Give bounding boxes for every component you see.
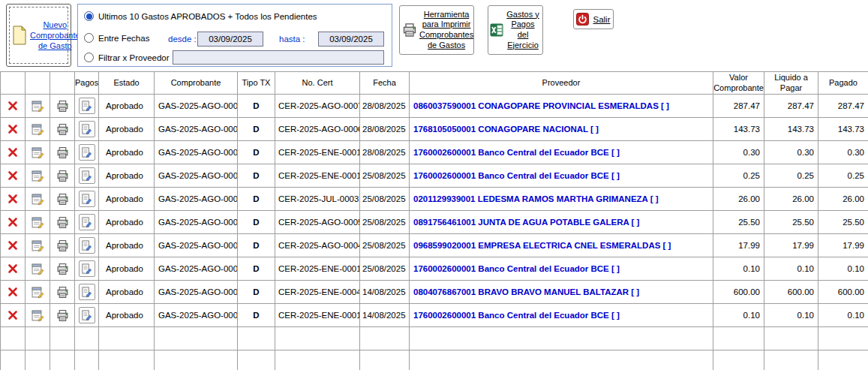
pagos-edit-icon xyxy=(81,240,92,251)
delete-x-icon xyxy=(8,240,18,251)
print-row-button[interactable] xyxy=(56,146,69,159)
delete-row-button[interactable] xyxy=(8,170,18,181)
proveedor-filter-input[interactable] xyxy=(173,50,384,65)
print-row-button[interactable] xyxy=(56,193,69,206)
edit-row-button[interactable] xyxy=(32,100,44,113)
cell-proveedor[interactable]: 1760002600001 Banco Central del Ecuador … xyxy=(410,257,713,281)
cell-pagos xyxy=(75,257,99,281)
print-row-icon xyxy=(56,193,69,206)
gastos-pagos-ejercicio-button[interactable]: Gastos y Pagos del Ejercicio xyxy=(488,5,543,55)
delete-row-button[interactable] xyxy=(8,287,18,297)
cell-tipo-tx: D xyxy=(238,95,275,118)
edit-row-button[interactable] xyxy=(32,216,44,229)
cell-comprobante: GAS-2025-AGO-00005 xyxy=(155,304,238,327)
column-header-pagado: Pagado xyxy=(818,72,868,95)
delete-row-button[interactable] xyxy=(8,147,18,158)
empty-cell xyxy=(360,327,410,350)
empty-cell xyxy=(410,327,713,350)
cell-proveedor[interactable]: 1760002600001 Banco Central del Ecuador … xyxy=(410,141,713,164)
edit-row-button[interactable] xyxy=(32,239,44,252)
hasta-label: hasta : xyxy=(279,35,305,44)
print-row-button[interactable] xyxy=(56,170,69,182)
pagos-button[interactable] xyxy=(79,237,95,254)
print-row-button[interactable] xyxy=(56,286,69,299)
delete-row-button[interactable] xyxy=(8,194,18,204)
pagos-button[interactable] xyxy=(79,307,95,323)
delete-x-icon xyxy=(8,287,18,297)
column-header-blank-3 xyxy=(50,72,75,95)
edit-row-button[interactable] xyxy=(32,309,44,322)
print-row-button[interactable] xyxy=(56,216,69,229)
pagos-button[interactable] xyxy=(79,191,95,207)
nuevo-comprobante-button[interactable]: Nuevo Comprobante de Gasto xyxy=(6,4,71,67)
cell-pagos xyxy=(75,234,99,257)
cell-no-cert: CER-2025-AGO-0005 xyxy=(275,211,360,234)
radio-option-filtrar-proveedor[interactable]: Filtrar x Proveedor xyxy=(84,53,170,62)
edit-record-icon xyxy=(32,100,44,113)
cell-delete xyxy=(1,141,26,164)
cell-proveedor[interactable]: 1768105050001 CONAGOPARE NACIONAL [ ] xyxy=(410,118,713,141)
column-header-blank-1 xyxy=(1,72,26,95)
hasta-date-input[interactable] xyxy=(318,32,384,47)
pagos-button[interactable] xyxy=(79,214,95,230)
cell-proveedor[interactable]: 0860037590001 CONAGOPARE PROVINCIAL ESME… xyxy=(410,95,713,118)
cell-liquido-a-pagar: 0.25 xyxy=(764,164,818,188)
cell-proveedor[interactable]: 0968599020001 EMPRESA ELECTRICA CNEL ESM… xyxy=(410,234,713,257)
cell-edit xyxy=(26,141,50,164)
empty-cell xyxy=(275,327,360,350)
edit-row-button[interactable] xyxy=(32,170,44,182)
cell-proveedor[interactable]: 1760002600001 Banco Central del Ecuador … xyxy=(410,164,713,188)
print-row-icon xyxy=(56,239,69,252)
excel-icon xyxy=(490,23,503,37)
edit-row-button[interactable] xyxy=(32,146,44,159)
column-header-liquido-a-pagar: Liquido a Pagar xyxy=(764,72,818,95)
cell-edit xyxy=(26,234,50,257)
desde-date-input[interactable] xyxy=(197,32,263,47)
cell-estado: Aprobado xyxy=(99,188,155,211)
print-row-icon xyxy=(56,146,69,159)
radio-option-ultimos[interactable]: Ultimos 10 Gastos APROBADOS + Todos los … xyxy=(84,11,317,21)
cell-print xyxy=(50,281,75,304)
edit-row-button[interactable] xyxy=(32,193,44,206)
cell-valor-comprobante: 287.47 xyxy=(713,95,764,118)
cell-print xyxy=(50,188,75,211)
cell-tipo-tx: D xyxy=(238,257,275,281)
cell-no-cert: CER-2025-ENE-0001 xyxy=(275,304,360,327)
cell-delete xyxy=(1,95,26,118)
delete-row-button[interactable] xyxy=(8,101,18,111)
cell-proveedor[interactable]: 1760002600001 Banco Central del Ecuador … xyxy=(410,304,713,327)
cell-delete xyxy=(1,211,26,234)
delete-row-button[interactable] xyxy=(8,263,18,274)
edit-row-button[interactable] xyxy=(32,263,44,275)
pagos-button[interactable] xyxy=(79,144,95,161)
cell-proveedor[interactable]: 0804076867001 BRAVO BRAVO MANUEL BALTAZA… xyxy=(410,281,713,304)
pagos-edit-icon xyxy=(81,217,92,228)
radio-option-entre-fechas[interactable]: Entre Fechas xyxy=(84,33,149,43)
pagos-button[interactable] xyxy=(79,284,95,300)
herramienta-imprimir-button[interactable]: Herramienta para Imprimir Comprobantes d… xyxy=(399,5,474,55)
pagos-button[interactable] xyxy=(79,98,95,114)
cell-tipo-tx: D xyxy=(238,188,275,211)
edit-row-button[interactable] xyxy=(32,286,44,299)
table-row: Aprobado GAS-2025-AGO-00009 D CER-2025-A… xyxy=(1,211,868,234)
cell-delete xyxy=(1,234,26,257)
print-row-button[interactable] xyxy=(56,309,69,322)
delete-row-button[interactable] xyxy=(8,124,18,134)
pagos-button[interactable] xyxy=(79,121,95,137)
edit-row-button[interactable] xyxy=(32,123,44,136)
cell-proveedor[interactable]: 0201129939001 LEDESMA RAMOS MARTHA GRIMA… xyxy=(410,188,713,211)
cell-proveedor[interactable]: 0891756461001 JUNTA DE AGUA POTABLE GALE… xyxy=(410,211,713,234)
pagos-button[interactable] xyxy=(79,167,95,184)
delete-row-button[interactable] xyxy=(8,240,18,251)
print-row-button[interactable] xyxy=(56,100,69,113)
print-row-icon xyxy=(56,216,69,229)
edit-record-icon xyxy=(32,193,44,206)
print-row-button[interactable] xyxy=(56,239,69,252)
delete-row-button[interactable] xyxy=(8,310,18,320)
print-row-button[interactable] xyxy=(56,263,69,275)
cell-estado: Aprobado xyxy=(99,211,155,234)
pagos-button[interactable] xyxy=(79,260,95,277)
salir-button[interactable]: Salir xyxy=(573,9,614,29)
print-row-button[interactable] xyxy=(56,123,69,136)
delete-row-button[interactable] xyxy=(8,217,18,227)
